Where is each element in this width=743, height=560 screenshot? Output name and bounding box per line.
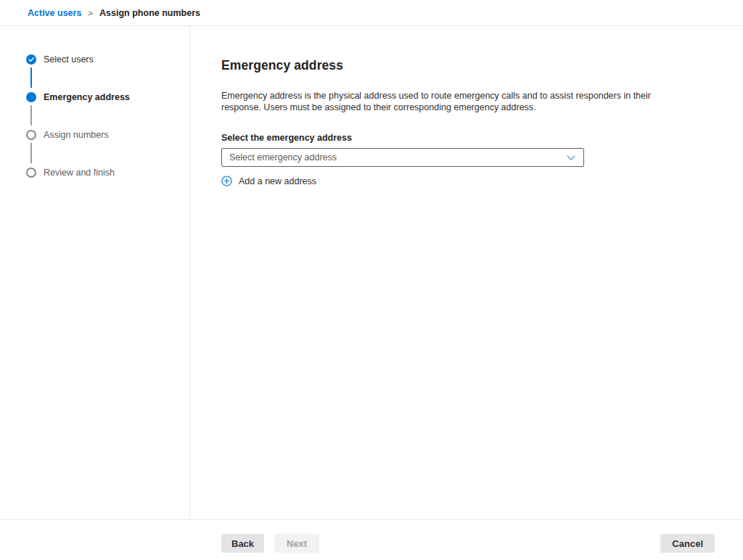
cancel-button[interactable]: Cancel bbox=[660, 534, 715, 553]
wizard-steps-sidebar: Select users Emergency address Assign nu… bbox=[0, 26, 190, 519]
wizard-step-label: Assign numbers bbox=[44, 130, 109, 140]
next-button[interactable]: Next bbox=[274, 534, 319, 553]
description-line: Emergency address is the physical addres… bbox=[221, 90, 714, 102]
chevron-right-icon: > bbox=[88, 8, 93, 17]
chevron-down-icon bbox=[567, 151, 575, 164]
step-connector bbox=[30, 105, 32, 125]
empty-step-circle-icon bbox=[26, 130, 36, 140]
wizard-step-label: Review and finish bbox=[44, 168, 115, 178]
add-new-address-button[interactable]: Add a new address bbox=[221, 176, 316, 186]
wizard-footer: Back Next Cancel bbox=[0, 519, 743, 560]
step-connector bbox=[30, 143, 32, 163]
wizard-step-label: Select users bbox=[44, 54, 94, 65]
current-step-dot-icon bbox=[26, 92, 36, 102]
step-connector bbox=[30, 67, 32, 88]
emergency-address-field-label: Select the emergency address bbox=[221, 133, 714, 143]
breadcrumb-current-page: Assign phone numbers bbox=[99, 8, 200, 18]
check-circle-icon bbox=[26, 54, 36, 65]
breadcrumb-link-active-users[interactable]: Active users bbox=[28, 8, 81, 18]
page-header: Active users > Assign phone numbers bbox=[0, 0, 743, 26]
empty-step-circle-icon bbox=[26, 168, 36, 178]
back-button[interactable]: Back bbox=[221, 534, 264, 553]
breadcrumb: Active users > Assign phone numbers bbox=[28, 8, 200, 18]
emergency-address-dropdown[interactable]: Select emergency address bbox=[221, 148, 584, 167]
page-description: Emergency address is the physical addres… bbox=[221, 90, 714, 113]
wizard-step-select-users[interactable]: Select users bbox=[26, 54, 94, 65]
dropdown-placeholder: Select emergency address bbox=[229, 152, 337, 162]
wizard-step-label: Emergency address bbox=[44, 92, 130, 102]
wizard-step-review-and-finish: Review and finish bbox=[26, 168, 115, 178]
plus-circle-icon bbox=[221, 176, 232, 186]
page-title: Emergency address bbox=[221, 58, 714, 73]
wizard-step-emergency-address[interactable]: Emergency address bbox=[26, 92, 130, 102]
description-line: response. Users must be assigned to thei… bbox=[221, 102, 714, 113]
add-new-address-label: Add a new address bbox=[239, 176, 316, 186]
main-content: Emergency address Emergency address is t… bbox=[191, 26, 743, 519]
wizard-step-assign-numbers: Assign numbers bbox=[26, 130, 109, 140]
